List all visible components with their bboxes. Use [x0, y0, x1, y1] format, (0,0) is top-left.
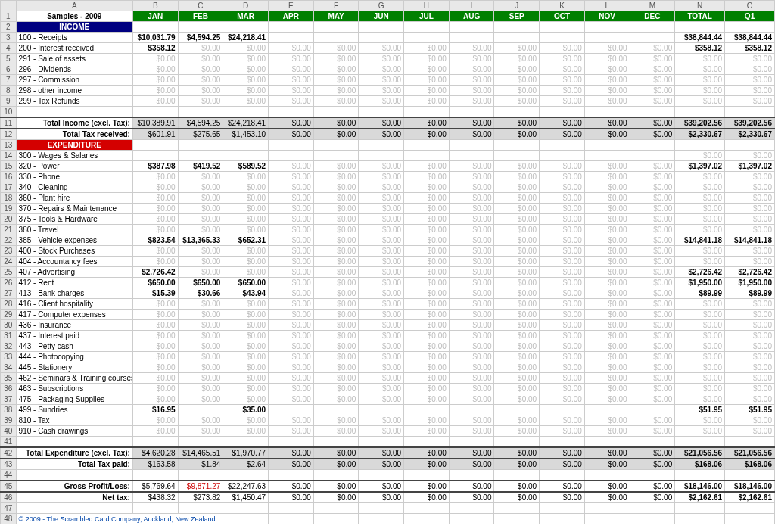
value-cell[interactable]: $0.00 [675, 204, 725, 214]
value-cell[interactable]: $0.00 [359, 225, 404, 235]
value-cell[interactable]: $0.00 [494, 96, 540, 107]
empty-cell[interactable] [404, 503, 450, 514]
value-cell[interactable]: $0.00 [540, 182, 585, 193]
value-cell[interactable]: $15.39 [132, 288, 178, 299]
value-cell[interactable]: $0.00 [494, 320, 540, 331]
month-header-TOTAL[interactable]: TOTAL [675, 11, 725, 22]
empty-cell[interactable] [675, 503, 725, 514]
row-number[interactable]: 20 [1, 214, 17, 225]
empty-cell[interactable] [359, 140, 404, 151]
row-label[interactable]: 810 - Tax [16, 415, 132, 426]
summary-value[interactable]: $0.00 [313, 492, 359, 503]
value-cell[interactable]: $0.00 [540, 384, 585, 394]
value-cell[interactable]: $0.00 [404, 172, 450, 182]
value-cell[interactable]: $0.00 [584, 161, 630, 172]
value-cell[interactable]: $0.00 [404, 299, 450, 310]
value-cell[interactable]: $0.00 [494, 267, 540, 278]
summary-value[interactable]: $0.00 [313, 459, 359, 470]
value-cell[interactable]: $0.00 [540, 331, 585, 341]
value-cell[interactable]: $0.00 [132, 320, 178, 331]
value-cell[interactable]: $0.00 [449, 54, 494, 64]
value-cell[interactable]: $0.00 [725, 373, 775, 384]
column-header-F[interactable]: F [313, 1, 359, 11]
row-number[interactable]: 11 [1, 117, 17, 129]
value-cell[interactable]: $0.00 [132, 64, 178, 75]
row-number[interactable]: 25 [1, 267, 17, 278]
value-cell[interactable]: $0.00 [725, 182, 775, 193]
row-number[interactable]: 37 [1, 394, 17, 405]
summary-value[interactable]: $601.91 [132, 129, 178, 140]
value-cell[interactable]: $0.00 [584, 384, 630, 394]
value-cell[interactable]: $0.00 [540, 373, 585, 384]
value-cell[interactable]: $0.00 [494, 331, 540, 341]
value-cell[interactable]: $0.00 [494, 299, 540, 310]
value-cell[interactable]: $0.00 [404, 341, 450, 352]
value-cell[interactable]: $0.00 [223, 394, 269, 405]
value-cell[interactable] [359, 151, 404, 161]
value-cell[interactable]: $0.00 [494, 64, 540, 75]
value-cell[interactable]: $0.00 [675, 257, 725, 267]
value-cell[interactable]: $0.00 [584, 394, 630, 405]
value-cell[interactable]: $0.00 [313, 394, 359, 405]
row-number[interactable]: 40 [1, 426, 17, 437]
value-cell[interactable]: $0.00 [178, 64, 223, 75]
value-cell[interactable]: $0.00 [494, 54, 540, 64]
summary-value[interactable]: $0.00 [630, 117, 675, 129]
value-cell[interactable]: $0.00 [449, 320, 494, 331]
value-cell[interactable]: $0.00 [630, 214, 675, 225]
value-cell[interactable]: $0.00 [584, 299, 630, 310]
value-cell[interactable]: $0.00 [494, 394, 540, 405]
value-cell[interactable]: $0.00 [725, 310, 775, 320]
empty-cell[interactable] [584, 470, 630, 481]
value-cell[interactable]: $0.00 [313, 257, 359, 267]
value-cell[interactable]: $0.00 [630, 75, 675, 86]
row-number[interactable]: 14 [1, 151, 17, 161]
expenditure-section-header[interactable]: EXPENDITURE [16, 140, 132, 151]
value-cell[interactable]: $0.00 [494, 415, 540, 426]
value-cell[interactable] [494, 151, 540, 161]
value-cell[interactable]: $0.00 [404, 43, 450, 54]
empty-cell[interactable] [449, 107, 494, 118]
value-cell[interactable]: $0.00 [269, 384, 314, 394]
value-cell[interactable]: $0.00 [630, 86, 675, 96]
value-cell[interactable]: $0.00 [584, 310, 630, 320]
value-cell[interactable]: $0.00 [449, 288, 494, 299]
value-cell[interactable]: $0.00 [359, 278, 404, 288]
empty-cell[interactable] [725, 437, 775, 448]
value-cell[interactable]: $0.00 [675, 96, 725, 107]
value-cell[interactable]: $0.00 [725, 331, 775, 341]
value-cell[interactable]: $0.00 [359, 214, 404, 225]
value-cell[interactable]: $0.00 [675, 182, 725, 193]
empty-cell[interactable] [675, 437, 725, 448]
value-cell[interactable]: $358.12 [132, 43, 178, 54]
empty-cell[interactable] [449, 22, 494, 33]
value-cell[interactable]: $0.00 [359, 75, 404, 86]
empty-cell[interactable] [223, 140, 269, 151]
value-cell[interactable]: $0.00 [359, 320, 404, 331]
value-cell[interactable]: $0.00 [269, 182, 314, 193]
value-cell[interactable]: $0.00 [540, 214, 585, 225]
summary-value[interactable]: $0.00 [359, 117, 404, 129]
value-cell[interactable]: $0.00 [178, 257, 223, 267]
row-label[interactable]: 437 - Interest paid [16, 331, 132, 341]
summary-value[interactable]: $163.58 [132, 459, 178, 470]
value-cell[interactable]: $0.00 [269, 161, 314, 172]
value-cell[interactable]: $0.00 [313, 235, 359, 246]
value-cell[interactable]: $89.99 [675, 288, 725, 299]
value-cell[interactable]: $0.00 [725, 151, 775, 161]
value-cell[interactable]: $16.95 [132, 405, 178, 415]
value-cell[interactable]: $0.00 [132, 204, 178, 214]
summary-value[interactable]: $1,450.47 [223, 492, 269, 503]
empty-cell[interactable] [630, 107, 675, 118]
value-cell[interactable]: $0.00 [725, 341, 775, 352]
value-cell[interactable]: $0.00 [675, 373, 725, 384]
empty-cell[interactable] [16, 107, 132, 118]
value-cell[interactable]: $823.54 [132, 235, 178, 246]
row-number[interactable]: 2 [1, 22, 17, 33]
month-header-JUL[interactable]: JUL [404, 11, 450, 22]
summary-value[interactable]: $0.00 [449, 481, 494, 492]
value-cell[interactable]: $0.00 [223, 193, 269, 204]
value-cell[interactable]: $0.00 [269, 75, 314, 86]
value-cell[interactable]: $0.00 [540, 299, 585, 310]
empty-cell[interactable] [584, 22, 630, 33]
